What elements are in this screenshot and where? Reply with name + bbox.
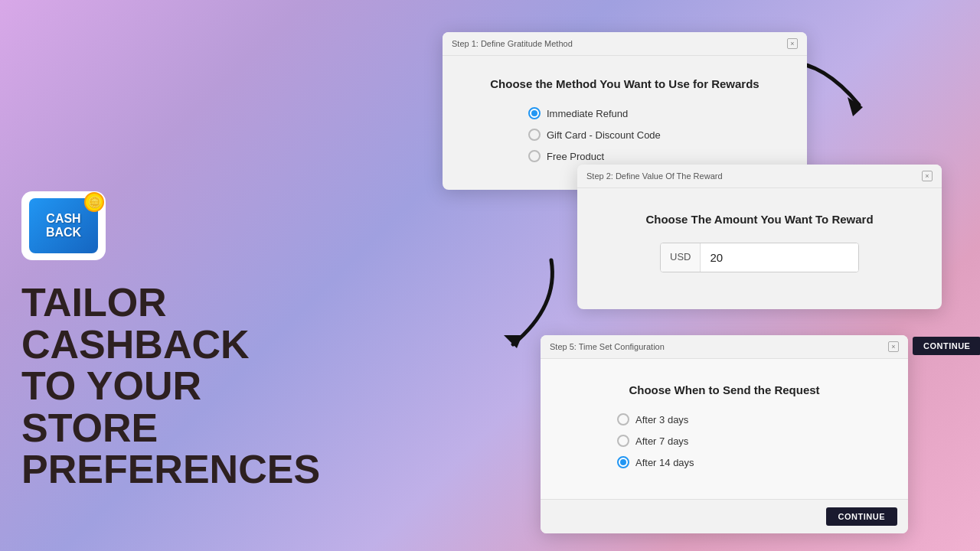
- dialog2-titlebar: Step 2: Define Value Of The Reward ×: [577, 165, 942, 188]
- dialog3-title: Step 5: Time Set Configuration: [550, 342, 665, 351]
- dialog3-actions: CONTINUE: [541, 499, 908, 533]
- left-content: CASH BACK 🪙 TAILOR CASHBACK TO YOUR STOR…: [21, 191, 312, 491]
- cashback-logo: CASH BACK 🪙: [21, 191, 106, 260]
- radio-free-product[interactable]: Free Product: [528, 150, 782, 162]
- dialog3-radio-group: After 3 days After 7 days After 14 days: [571, 413, 877, 468]
- dialog2-body: Choose The Amount You Want To Reward USD: [577, 188, 942, 309]
- dialog1-title: Step 1: Define Gratitude Method: [452, 39, 573, 48]
- radio-circle-1: [528, 107, 541, 119]
- radio-label-2: Gift Card - Discount Code: [547, 129, 661, 141]
- dialog2-continue-button[interactable]: CONTINUE: [913, 337, 980, 355]
- dialog3-continue-button[interactable]: CONTINUE: [826, 507, 897, 526]
- dialog2-title: Step 2: Define Value Of The Reward: [586, 171, 723, 181]
- radio-after-7-days[interactable]: After 7 days: [617, 435, 877, 447]
- dialog2-close-button[interactable]: ×: [922, 171, 933, 181]
- radio-after-14-days[interactable]: After 14 days: [617, 456, 877, 468]
- dialog1-close-button[interactable]: ×: [787, 38, 798, 49]
- headline: TAILOR CASHBACK TO YOUR STORE PREFERENCE…: [21, 282, 312, 491]
- radio-gift-card[interactable]: Gift Card - Discount Code: [528, 129, 782, 141]
- radio-circle-14d: [617, 456, 629, 468]
- radio-label-1: Immediate Refund: [547, 108, 628, 119]
- radio-circle-3: [528, 150, 541, 162]
- currency-prefix: USD: [661, 243, 701, 272]
- dialog-step5: Step 5: Time Set Configuration × Choose …: [541, 335, 908, 533]
- dialog3-body: Choose When to Send the Request After 3 …: [541, 359, 908, 499]
- logo-coin: 🪙: [84, 192, 104, 212]
- radio-label-7d: After 7 days: [635, 435, 688, 447]
- dialog2-heading: Choose The Amount You Want To Reward: [608, 213, 911, 226]
- radio-after-3-days[interactable]: After 3 days: [617, 413, 877, 425]
- radio-label-14d: After 14 days: [635, 457, 694, 468]
- radio-label-3d: After 3 days: [635, 414, 688, 425]
- logo-text: CASH BACK: [46, 212, 81, 239]
- radio-circle-3d: [617, 413, 629, 425]
- radio-circle-7d: [617, 435, 629, 447]
- dialog3-titlebar: Step 5: Time Set Configuration ×: [541, 335, 908, 359]
- dialog-step2: Step 2: Define Value Of The Reward × Cho…: [577, 165, 942, 309]
- dialog1-titlebar: Step 1: Define Gratitude Method ×: [443, 32, 807, 56]
- radio-immediate-refund[interactable]: Immediate Refund: [528, 107, 782, 119]
- radio-circle-2: [528, 129, 541, 141]
- dialog1-radio-group: Immediate Refund Gift Card - Discount Co…: [467, 107, 782, 162]
- radio-label-3: Free Product: [547, 151, 604, 162]
- dialog1-heading: Choose the Method You Want to Use for Re…: [467, 77, 782, 90]
- amount-input-wrapper: USD: [660, 243, 859, 272]
- dialog3-close-button[interactable]: ×: [888, 341, 899, 352]
- amount-input[interactable]: [701, 243, 858, 272]
- dialog3-heading: Choose When to Send the Request: [571, 383, 877, 396]
